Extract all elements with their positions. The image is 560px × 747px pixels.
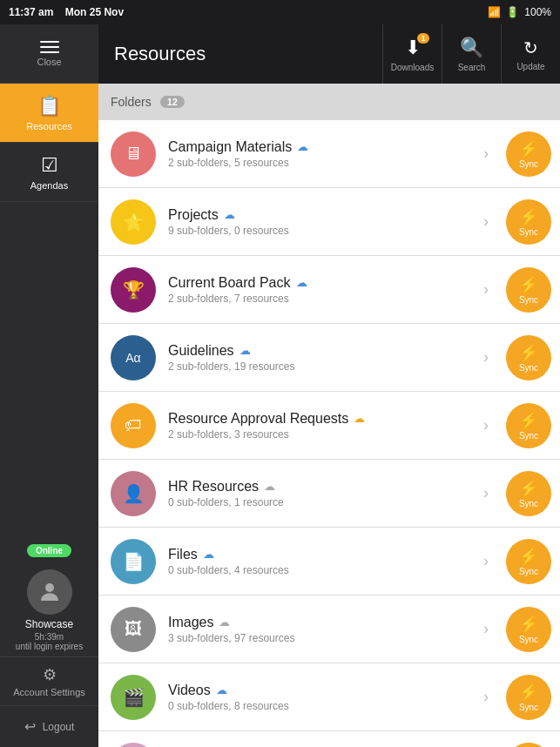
status-bar: 11:37 am Mon 25 Nov 📶 🔋 100% [0,0,560,24]
avatar [27,569,72,615]
folder-item[interactable]: 🎵 Audio Files ☁ 0 sub-folders, 2 resourc… [98,731,560,747]
folder-item[interactable]: 🏆 Current Board Pack ☁ 2 sub-folders, 7 … [98,256,560,324]
cloud-icon: ☁ [219,616,230,629]
folder-item[interactable]: 🎬 Videos ☁ 0 sub-folders, 8 resources › … [98,663,560,731]
folder-icon-guidelines: Aα [111,335,156,380]
folder-name: Files ☁ [168,547,471,562]
chevron-right-icon: › [483,552,489,570]
page-title: Resources [114,43,382,65]
cloud-icon: ☁ [240,344,251,357]
folder-sub: 2 sub-folders, 19 resources [168,360,471,373]
cloud-icon: ☁ [354,412,365,425]
svg-point-0 [45,583,54,592]
folder-icon-videos: 🎬 [111,675,156,720]
folder-sub: 0 sub-folders, 4 resources [168,564,471,576]
sync-label: Sync [519,499,538,508]
sidebar-close-label: Close [37,57,61,67]
sync-icon: ⚡ [519,683,538,702]
folder-item[interactable]: 📄 Files ☁ 0 sub-folders, 4 resources › ⚡… [98,528,560,596]
downloads-button[interactable]: ⬇ Downloads 1 [382,24,442,84]
folder-icon-approval: 🏷 [111,403,156,448]
chevron-right-icon: › [483,348,489,367]
folder-sub: 2 sub-folders, 3 resources [168,428,471,441]
folder-item[interactable]: 🖥 Campaign Materials ☁ 2 sub-folders, 5 … [98,120,560,188]
folder-name: Campaign Materials ☁ [168,139,471,155]
folder-item[interactable]: ⭐ Projects ☁ 9 sub-folders, 0 resources … [98,188,560,256]
sync-button[interactable]: ⚡ Sync [506,471,551,516]
gear-icon: ⚙ [43,665,57,684]
folder-icon-projects: ⭐ [111,199,156,245]
folder-icon-audio: 🎵 [111,743,156,748]
status-time-date: 11:37 am Mon 25 Nov [9,6,124,18]
update-button[interactable]: ↻ Update [501,24,560,84]
chevron-right-icon: › [483,620,489,638]
sidebar-username: Showcase [25,618,73,630]
downloads-badge: 1 [417,33,429,44]
cloud-icon: ☁ [203,548,214,561]
logout-button[interactable]: ↩ Logout [0,705,98,747]
folder-sub: 3 sub-folders, 97 resources [168,632,471,644]
wifi-icon: 📶 [488,6,501,18]
online-badge: Online [27,544,71,557]
chevron-right-icon: › [483,688,489,706]
top-bar: Resources ⬇ Downloads 1 🔍 Search ↻ Updat… [98,24,560,84]
account-settings-button[interactable]: ⚙ Account Settings [0,656,98,705]
sync-button[interactable]: ⚡ Sync [506,267,551,313]
sync-button[interactable]: ⚡ Sync [506,743,551,748]
account-settings-label: Account Settings [13,687,85,697]
folder-item[interactable]: 🖼 Images ☁ 3 sub-folders, 97 resources ›… [98,596,560,663]
sync-icon: ⚡ [519,139,538,158]
folder-icon-images: 🖼 [111,607,156,652]
search-icon: 🔍 [460,37,483,59]
logout-icon: ↩ [24,718,36,735]
folder-count: 12 [160,96,185,108]
sidebar-close-button[interactable]: Close [0,24,98,84]
folder-item[interactable]: 🏷 Resource Approval Requests ☁ 2 sub-fol… [98,392,560,460]
cloud-icon: ☁ [216,683,227,697]
update-icon: ↻ [523,37,538,58]
sync-icon: ⚡ [519,479,538,498]
sync-label: Sync [519,227,538,237]
sync-button[interactable]: ⚡ Sync [506,607,551,652]
sync-button[interactable]: ⚡ Sync [506,335,551,380]
folder-icon-files: 📄 [111,539,156,584]
folder-icon-campaign: 🖥 [111,131,156,177]
search-button[interactable]: 🔍 Search [442,24,501,84]
sync-button[interactable]: ⚡ Sync [506,539,551,584]
cloud-icon: ☁ [297,140,308,153]
sidebar-item-agendas[interactable]: ☑ Agendas [0,143,98,202]
sync-icon: ⚡ [519,207,538,226]
chevron-right-icon: › [483,416,489,434]
update-label: Update [516,62,544,71]
sidebar-resources-label: Resources [26,121,72,131]
status-indicators: 📶 🔋 100% [488,6,551,18]
battery-icon: 🔋 [506,6,519,18]
resources-icon: 📋 [37,95,61,118]
sync-button[interactable]: ⚡ Sync [506,131,551,177]
chevron-right-icon: › [483,280,489,299]
sidebar-item-resources[interactable]: 📋 Resources [0,84,98,143]
chevron-right-icon: › [483,212,489,231]
top-bar-actions: ⬇ Downloads 1 🔍 Search ↻ Update [382,24,560,84]
folder-name: HR Resources ☁ [168,479,471,495]
agendas-icon: ☑ [41,154,58,177]
folder-name: Current Board Pack ☁ [168,275,471,291]
folder-sub: 0 sub-folders, 8 resources [168,700,471,712]
downloads-label: Downloads [391,63,434,72]
search-label: Search [458,63,486,72]
folder-info: Guidelines ☁ 2 sub-folders, 19 resources [168,343,471,373]
sync-button[interactable]: ⚡ Sync [506,675,551,720]
folder-sub: 2 sub-folders, 5 resources [168,157,471,169]
folder-item[interactable]: Aα Guidelines ☁ 2 sub-folders, 19 resour… [98,324,560,392]
folder-icon-hr: 👤 [111,471,156,516]
sync-label: Sync [519,295,538,305]
sync-label: Sync [519,431,538,441]
sync-button[interactable]: ⚡ Sync [506,199,551,245]
cloud-icon: ☁ [264,480,275,493]
folder-icon-board-pack: 🏆 [111,267,156,313]
sync-button[interactable]: ⚡ Sync [506,403,551,448]
cloud-icon: ☁ [224,208,235,221]
folder-item[interactable]: 👤 HR Resources ☁ 0 sub-folders, 1 resour… [98,460,560,528]
sync-icon: ⚡ [519,547,538,566]
sync-icon: ⚡ [519,411,538,430]
